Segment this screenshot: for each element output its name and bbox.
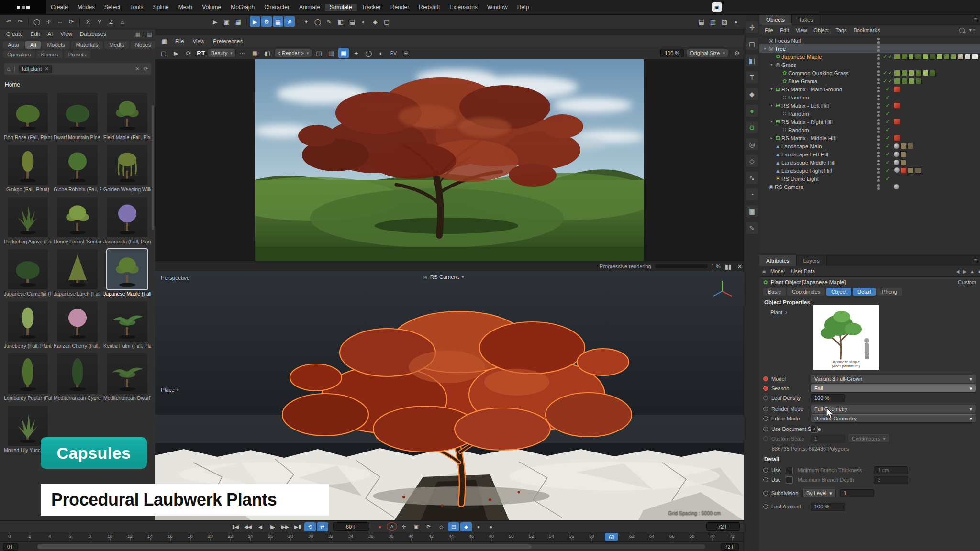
phong-tag-icon[interactable] <box>894 143 899 149</box>
gear-icon[interactable]: ⚙ <box>732 48 742 58</box>
redo-icon[interactable]: ↷ <box>15 16 25 27</box>
enable-checks[interactable]: ✓✓ <box>881 54 894 60</box>
autokey-button[interactable]: A <box>387 522 397 531</box>
denoise-icon[interactable]: ✦ <box>351 48 361 58</box>
menu-redshift[interactable]: Redshift <box>414 4 445 11</box>
category-tab-presets[interactable]: Presets <box>64 51 90 58</box>
visibility-toggles[interactable] <box>875 135 881 141</box>
ab-menu-edit[interactable]: Edit <box>27 29 44 39</box>
asset-item-dog-rose-fall-plant[interactable]: Dog-Rose (Fall, Plant) <box>4 93 52 140</box>
range-start-field[interactable]: 0 F <box>3 543 18 551</box>
max-depth-use-checkbox[interactable] <box>786 476 793 484</box>
home-icon[interactable]: ⌂ <box>7 66 10 72</box>
object-row-rs-matrix-right-hill[interactable]: ▾⊞RS Matrix - Right Hill✓ <box>759 118 980 126</box>
quantize-icon[interactable]: ◇ <box>746 155 758 167</box>
min-branch-use-checkbox[interactable] <box>786 467 793 474</box>
visibility-toggles[interactable] <box>875 168 881 174</box>
visibility-toggles[interactable] <box>875 160 881 165</box>
render-mode-dropdown[interactable]: Full Geometry▾ <box>811 405 976 413</box>
ab-menu-databases[interactable]: Databases <box>77 29 110 39</box>
menu-select[interactable]: Select <box>100 4 125 11</box>
min-branch-field[interactable]: 1 cm <box>874 466 908 474</box>
enable-checks[interactable]: ✓✓ <box>881 78 894 84</box>
compare-icon[interactable]: ◫ <box>313 48 324 58</box>
menu-help[interactable]: Help <box>512 4 534 11</box>
material-chip[interactable] <box>894 70 900 76</box>
menu-animate[interactable]: Animate <box>294 4 325 11</box>
asset-item-hedgehog-agave-fall[interactable]: Hedgehog Agave (Fall... <box>4 197 52 244</box>
enable-checks[interactable]: ✓ <box>881 176 894 182</box>
material-chip[interactable] <box>900 159 906 165</box>
ab-wipe-icon[interactable]: ▥ <box>326 48 336 58</box>
visibility-toggles[interactable] <box>875 127 881 133</box>
pv-button[interactable]: PV <box>388 48 399 58</box>
visibility-toggles[interactable] <box>875 143 881 149</box>
region-icon[interactable]: ◯ <box>363 48 374 58</box>
enable-checks[interactable]: ✓✓ <box>881 70 894 76</box>
simulate-settings-icon[interactable]: ⚙ <box>261 16 272 27</box>
menu-mesh[interactable]: Mesh <box>174 4 197 11</box>
material-chip[interactable] <box>900 143 906 149</box>
phong-tag-icon[interactable] <box>894 160 899 165</box>
record-button[interactable]: ● <box>374 522 386 531</box>
redshift-material-tag-icon[interactable] <box>894 102 900 109</box>
material-chip[interactable] <box>908 167 914 174</box>
menu-extensions[interactable]: Extensions <box>445 4 482 11</box>
account-icon[interactable]: ● <box>731 16 741 27</box>
object-row-tree[interactable]: ▾◎Tree <box>759 44 980 53</box>
go-to-start-button[interactable]: ▮◀ <box>230 522 241 531</box>
scale-tool-icon[interactable]: ⇔ <box>55 16 65 27</box>
asset-item-mediterranean-dwarf[interactable]: Mediterranean Dwarf ... <box>103 353 151 401</box>
keyframe-dot[interactable] <box>763 407 768 411</box>
asset-item-lombardy-poplar-fall[interactable]: Lombardy Poplar (Fall... <box>4 353 52 401</box>
keyframe-dot[interactable] <box>763 504 768 509</box>
enable-checks[interactable]: ✓ <box>881 119 894 125</box>
camera-target-icon[interactable]: ◎ <box>423 275 427 280</box>
pen-icon[interactable]: ✎ <box>324 16 334 27</box>
material-chip[interactable] <box>894 78 900 84</box>
menu-mograph[interactable]: MoGraph <box>226 4 259 11</box>
zoom-field[interactable]: 100 % <box>660 49 684 57</box>
snapshot-grid-icon[interactable]: ▦ <box>338 48 349 58</box>
rt-toggle[interactable]: RT <box>196 48 206 58</box>
om-menu-view[interactable]: View <box>792 25 811 35</box>
asset-item-dwarf-mountain-pine[interactable]: Dwarf Mountain Pine (... <box>54 93 101 140</box>
phong-tag-icon[interactable] <box>894 152 899 157</box>
up-arrow-icon[interactable]: ↑ <box>13 66 16 72</box>
grid-snap-icon[interactable]: ▦ <box>273 16 283 27</box>
split-view-icon[interactable]: ▥ <box>708 16 718 27</box>
previous-key-button[interactable]: ◀◀ <box>242 522 254 531</box>
filter-tab-nodes[interactable]: Nodes <box>131 41 156 49</box>
material-chip[interactable] <box>915 167 921 174</box>
object-row-random[interactable]: ∷Random✓ <box>759 93 980 101</box>
filter-tab-models[interactable]: Models <box>42 41 69 49</box>
menu-render[interactable]: Render <box>386 4 414 11</box>
redshift-material-tag-icon[interactable] <box>894 119 900 125</box>
asset-item-japanese-larch-fall[interactable]: Japanese Larch (Fall, ... <box>54 249 101 297</box>
redshift-material-tag-icon[interactable] <box>894 135 900 141</box>
max-depth-field[interactable]: 3 <box>874 476 908 484</box>
rotate-tool-icon[interactable]: ⟳ <box>66 16 77 27</box>
material-chip[interactable] <box>923 70 929 76</box>
keyframe-dot[interactable] <box>763 396 768 400</box>
category-tab-operators[interactable]: Operators <box>3 51 35 58</box>
material-chip[interactable] <box>972 54 978 60</box>
filter-tab-auto[interactable]: Auto <box>3 41 24 49</box>
section-tab-detail[interactable]: Detail <box>853 288 876 296</box>
user-data-menu[interactable]: User Data <box>789 266 818 276</box>
clear-search-icon[interactable]: ✕ <box>135 66 140 72</box>
render-view-menu-view[interactable]: View <box>189 35 209 47</box>
crop-icon[interactable]: ◧ <box>262 48 273 58</box>
visibility-toggles[interactable] <box>875 62 881 68</box>
om-menu-tags[interactable]: Tags <box>832 25 850 35</box>
material-chip[interactable] <box>915 78 922 84</box>
model-dropdown[interactable]: Variant 3 Full-Grown▾ <box>811 375 976 383</box>
om-menu-object[interactable]: Object <box>810 25 832 35</box>
forward-icon[interactable]: ▶ <box>963 269 967 274</box>
material-chip[interactable] <box>894 54 900 60</box>
range-end-field[interactable]: 72 F <box>721 543 739 551</box>
enable-checks[interactable]: ✓ <box>881 167 894 174</box>
material-chip[interactable] <box>900 151 906 157</box>
render-settings-icon[interactable]: ▦ <box>233 16 244 27</box>
restart-render-icon[interactable]: ⟳ <box>183 48 194 58</box>
